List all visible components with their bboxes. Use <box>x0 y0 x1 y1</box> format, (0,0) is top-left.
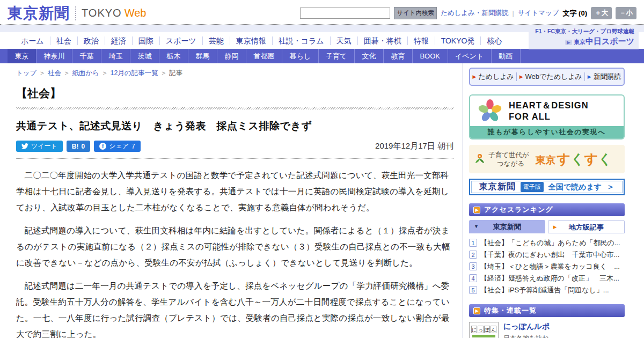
sukusuku-copy-line1: 子育て世代が <box>488 151 529 159</box>
region-item-chiba[interactable]: 千葉 <box>72 49 101 63</box>
features-header: ▶ 特集・連載一覧 <box>469 304 625 317</box>
rank-number: 1 <box>469 239 477 247</box>
sidebar: ▶ためしよみ ▶Webでためしよみ ▶新聞購読 <box>463 63 625 338</box>
section-label: 【社会】 <box>16 86 453 101</box>
chunichi-sports-promo[interactable]: F1・FC東京・大リーグ・プロ野球速報 ▶東京中日スポーツ <box>529 26 639 49</box>
shinbun-koudoku-link[interactable]: ▶新聞購読 <box>588 72 621 82</box>
font-larger-button[interactable]: ＋大 <box>591 7 612 19</box>
region-item-ibaraki[interactable]: 茨城 <box>130 49 159 63</box>
feature-item-nippon-rupo[interactable]: にっぽん にっぽんルポ 日本各地を訪ね... <box>469 322 625 338</box>
nav-item-society[interactable]: 社会 <box>50 36 77 45</box>
region-item-kanagawa[interactable]: 神奈川 <box>36 49 72 63</box>
arrow-icon: ▶ <box>565 40 572 45</box>
hatena-bookmark-button[interactable]: B! 0 <box>67 141 90 152</box>
denshiban-badge: 電子版 <box>521 182 544 192</box>
section-divider <box>16 107 453 109</box>
region-item-event[interactable]: イベント <box>448 49 492 63</box>
tab-tokyo-shimbun[interactable]: ▼ 東京新聞 <box>469 220 545 233</box>
nav-item-editorial[interactable]: 社説・コラム <box>272 36 330 45</box>
font-smaller-button[interactable]: －小 <box>616 7 636 19</box>
region-item-kosodate[interactable]: 子育て <box>319 49 355 63</box>
nav-item-weather[interactable]: 天気 <box>330 36 357 45</box>
chevron-right-icon: ＞ <box>606 182 614 192</box>
region-item-kurashi[interactable]: 暮らし <box>282 49 319 63</box>
nav-item-politics[interactable]: 政治 <box>77 36 105 45</box>
tab-chihouban-kiji[interactable]: ▶ 地方版記事 <box>548 220 625 233</box>
region-item-saitama[interactable]: 埼玉 <box>101 49 130 63</box>
feature-description: 日本各地を訪ね... <box>503 334 554 338</box>
search-input[interactable] <box>300 8 390 19</box>
region-item-shizuoka[interactable]: 静岡 <box>217 49 246 63</box>
region-item-bunka[interactable]: 文化 <box>355 49 384 63</box>
tweet-label: ツイート <box>31 142 57 151</box>
hatena-count: 0 <box>82 143 85 150</box>
thumbnail-green-bar <box>472 335 495 337</box>
flower-icon <box>474 152 485 166</box>
site-header: 東京新聞 TOKYO Web サイト内検索 ためしよみ・新聞購読 | サイトマッ… <box>0 0 644 25</box>
rank-number: 4 <box>469 274 477 282</box>
facebook-share-button[interactable]: f シェア 7 <box>94 141 141 152</box>
sukusuku-banner[interactable]: 子育て世代が つながる 東京 すくすく <box>469 145 625 173</box>
nav-item-sports[interactable]: スポーツ <box>159 36 202 45</box>
heart-design-flower-logo <box>478 99 502 123</box>
ranking-link: 【社会】iPS予算削減通告「問題なし」... <box>480 284 609 296</box>
article-title: 共通テスト、記述式見送り きょう発表 採点ミス排除できず <box>16 119 453 133</box>
breadcrumb-society[interactable]: 社会 <box>48 69 61 77</box>
arrow-icon: ▶ <box>519 74 523 79</box>
main-navigation-wrap: ホーム 社会 政治 経済 国際 スポーツ 芸能 東京情報 社説・コラム 天気 囲… <box>0 32 644 49</box>
region-item-gunma[interactable]: 群馬 <box>188 49 217 63</box>
nav-item-tokuho[interactable]: 特報 <box>407 36 435 45</box>
site-search-button[interactable]: サイト内検索 <box>394 7 437 19</box>
nav-item-home[interactable]: ホーム <box>15 36 50 45</box>
divider <box>516 72 517 81</box>
breadcrumb: トップ＞社会＞紙面から＞12月の記事一覧＞記事 <box>16 69 453 78</box>
sitemap-link[interactable]: サイトマップ <box>518 9 559 18</box>
denshiban-banner[interactable]: 東京新聞 電子版 全国で読めます ＞ <box>469 179 625 195</box>
ranking-item-3[interactable]: 3 【埼玉】＜ひと物語＞農業をカッコ良く ... <box>469 261 625 273</box>
denshiban-brand: 東京新聞 <box>479 181 516 193</box>
region-item-book[interactable]: BOOK <box>413 49 448 63</box>
nav-item-kakushin[interactable]: 核心 <box>480 36 508 45</box>
tweet-button[interactable]: ツイート <box>16 141 63 152</box>
region-item-tochigi[interactable]: 栃木 <box>159 49 188 63</box>
features-title: 特集・連載一覧 <box>484 306 537 315</box>
nav-item-world[interactable]: 国際 <box>132 36 159 45</box>
ranking-item-1[interactable]: 1 【社会】「こどもの城」あらため「都民の... <box>469 237 625 249</box>
breadcrumb-top[interactable]: トップ <box>16 69 36 77</box>
region-item-tokyo[interactable]: 東京 <box>8 49 36 63</box>
header-controls: サイト内検索 ためしよみ・新聞購読 | サイトマップ 文字 (0) ＋大 －小 <box>300 7 636 19</box>
nav-item-tokyo-info[interactable]: 東京情報 <box>230 36 272 45</box>
hatena-b-icon: B! <box>72 143 79 150</box>
orange-arrow-icon: ▶ <box>473 307 480 314</box>
ranking-item-4[interactable]: 4 【経済】疑惑答えぬ政府の「改正」 三木... <box>469 273 625 284</box>
nav-item-economy[interactable]: 経済 <box>105 36 132 45</box>
region-item-douga[interactable]: 動画 <box>492 49 521 63</box>
nav-item-tokyo-hatsu[interactable]: TOKYO発 <box>435 36 481 45</box>
heart-design-banner[interactable]: HEART＆DESIGN FOR ALL 誰もが暮らしやすい社会の実現へ <box>469 94 625 139</box>
access-ranking-title: アクセスランキング <box>484 205 553 215</box>
ranking-list: 1 【社会】「こどもの城」あらため「都民の... 2 【千葉】夜のにぎわい創出 … <box>469 237 625 296</box>
ranking-item-2[interactable]: 2 【千葉】夜のにぎわい創出 千葉市中心市... <box>469 249 625 261</box>
chevron-right-icon: ▶ <box>553 221 557 234</box>
web-tameshiyomi-link[interactable]: ▶Webでためしよみ <box>519 72 582 82</box>
ranking-tabs: ▼ 東京新聞 ▶ 地方版記事 <box>469 220 625 233</box>
region-item-kyoiku[interactable]: 教育 <box>384 49 413 63</box>
chevron-down-icon: ▼ <box>474 220 479 233</box>
share-count: 7 <box>131 143 135 150</box>
breadcrumb-paper[interactable]: 紙面から <box>72 69 99 77</box>
twitter-bird-icon <box>21 143 28 149</box>
ranking-item-5[interactable]: 5 【社会】iPS予算削減通告「問題なし」... <box>469 284 625 296</box>
rank-number: 2 <box>469 251 477 259</box>
article-column: トップ＞社会＞紙面から＞12月の記事一覧＞記事 【社会】 共通テスト、記述式見送… <box>16 63 463 338</box>
region-item-shutoken[interactable]: 首都圏 <box>246 49 282 63</box>
nav-item-entertainment[interactable]: 芸能 <box>202 36 230 45</box>
rank-number: 5 <box>469 286 477 294</box>
trial-subscribe-link[interactable]: ためしよみ・新聞購読 <box>441 9 508 18</box>
breadcrumb-december-list[interactable]: 12月の記事一覧 <box>110 69 158 77</box>
share-label: シェア <box>109 142 129 151</box>
nav-item-igo-shogi[interactable]: 囲碁・将棋 <box>357 36 407 45</box>
site-logo[interactable]: 東京新聞 <box>8 3 70 24</box>
tameshiyomi-link[interactable]: ▶ためしよみ <box>472 72 514 82</box>
facebook-icon: f <box>99 143 106 150</box>
chunichi-sports-logo: ▶東京中日スポーツ <box>533 36 634 47</box>
